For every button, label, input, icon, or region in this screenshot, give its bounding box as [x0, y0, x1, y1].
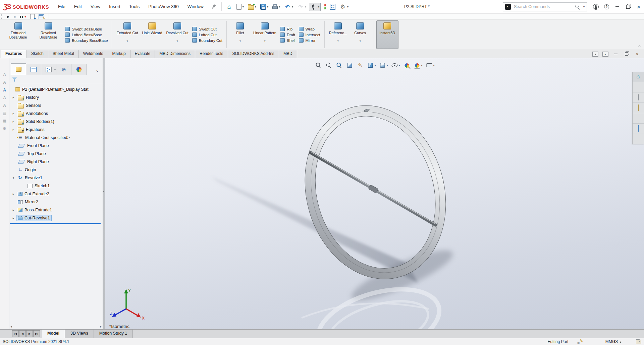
- record-macro-icon[interactable]: [20, 14, 26, 19]
- expand-arrow-icon[interactable]: ▸: [11, 192, 16, 196]
- search-icon[interactable]: [575, 4, 580, 9]
- fillet-dropdown-icon[interactable]: ▾: [239, 40, 241, 43]
- tab-markup[interactable]: Markup: [108, 50, 130, 58]
- bottom-tab-motion-study-1[interactable]: Motion Study 1: [94, 330, 133, 338]
- search-dropdown-icon[interactable]: ▾: [583, 5, 585, 8]
- tree-item-solid[interactable]: ▸Solid Bodies(1): [9, 118, 103, 126]
- units-caret-icon[interactable]: ▴: [620, 340, 621, 343]
- boundary-boss-base-button[interactable]: Boundary Boss/Base: [65, 38, 108, 43]
- boundary-cut-button[interactable]: Boundary Cut: [192, 38, 222, 43]
- view-settings-dropdown-icon[interactable]: ▾: [433, 64, 435, 67]
- collapse-ribbon-button[interactable]: ^: [638, 45, 641, 48]
- rollback-bar[interactable]: [10, 223, 101, 224]
- tree-filter-input[interactable]: [20, 77, 100, 82]
- new-document-dropdown-icon[interactable]: ▾: [243, 5, 244, 8]
- wrap-button[interactable]: Wrap: [299, 27, 320, 31]
- left-toolbar-icon-3[interactable]: [1, 87, 8, 93]
- task-pane-custom-properties-button[interactable]: [633, 124, 644, 134]
- section-view-button[interactable]: [345, 61, 354, 70]
- undo-button[interactable]: ▾: [283, 3, 294, 11]
- apply-scene-dropdown-icon[interactable]: ▾: [421, 64, 423, 67]
- options-gear-button[interactable]: ▾: [338, 3, 350, 11]
- scroll-left-icon[interactable]: ◂: [10, 325, 12, 328]
- open-dropdown-icon[interactable]: ▾: [255, 5, 256, 8]
- pin-menu-icon[interactable]: [210, 3, 217, 10]
- home-button[interactable]: [224, 3, 234, 11]
- mirror-button[interactable]: Mirror: [299, 38, 320, 43]
- lofted-boss-base-button[interactable]: Lofted Boss/Base: [65, 32, 108, 37]
- tree-item-front[interactable]: Front Plane: [9, 142, 103, 150]
- view-orientation-dropdown-icon[interactable]: ▾: [374, 64, 376, 67]
- intersect-button[interactable]: Intersect: [299, 32, 320, 37]
- user-account-icon[interactable]: [590, 2, 601, 12]
- bottom-tab-model[interactable]: Model: [42, 330, 65, 338]
- expand-arrow-icon[interactable]: ▸: [11, 216, 16, 220]
- document-minimize-icon[interactable]: [612, 51, 619, 57]
- close-button[interactable]: [633, 2, 644, 12]
- filter-funnel-icon[interactable]: [12, 77, 17, 82]
- curves-button[interactable]: Curves▾: [349, 20, 371, 49]
- expand-arrow-icon[interactable]: ▸: [11, 128, 16, 131]
- print-dropdown-icon[interactable]: ▾: [279, 5, 280, 8]
- tree-item-sketch1[interactable]: Sketch1: [9, 182, 103, 190]
- toolbar-grip[interactable]: [1, 14, 3, 19]
- task-pane-appearances-scenes-button[interactable]: [633, 113, 644, 124]
- edit-macro-icon[interactable]: [39, 14, 44, 19]
- zoom-to-fit-button[interactable]: [314, 61, 323, 70]
- collapse-right-pane-icon[interactable]: [602, 52, 608, 57]
- open-button[interactable]: ▾: [247, 3, 258, 11]
- zoom-to-area-button[interactable]: [324, 61, 333, 70]
- units-selector[interactable]: MMGS: [605, 339, 618, 344]
- hide-show-items-dropdown-icon[interactable]: ▾: [398, 64, 400, 67]
- minimize-button[interactable]: [612, 2, 623, 12]
- linear-pattern-dropdown-icon[interactable]: ▾: [264, 40, 265, 43]
- menu-view[interactable]: View: [86, 0, 105, 13]
- featuremanager-design-tree-tab[interactable]: [11, 63, 26, 75]
- tab-mbd[interactable]: MBD: [279, 50, 297, 58]
- new-macro-icon[interactable]: [30, 14, 35, 19]
- tree-item-p2[interactable]: P2 (Default<<Default>_Display Stat: [9, 85, 103, 93]
- expand-arrow-icon[interactable]: ▸: [11, 96, 16, 99]
- menu-window[interactable]: Window: [183, 0, 208, 13]
- task-pane-file-explorer-button[interactable]: [633, 92, 644, 103]
- extruded-cut-dropdown-icon[interactable]: ▾: [127, 40, 128, 43]
- displaymanager-tab[interactable]: [71, 64, 87, 75]
- restore-button[interactable]: [623, 2, 633, 12]
- display-style-dropdown-icon[interactable]: ▾: [386, 64, 388, 67]
- new-document-button[interactable]: ▾: [235, 3, 245, 11]
- previous-tab-icon[interactable]: [19, 330, 26, 337]
- save-dropdown-icon[interactable]: ▾: [267, 5, 268, 8]
- revolved-boss-base-button[interactable]: Revolved Boss/Base: [33, 20, 63, 49]
- task-pane-home-button[interactable]: [633, 72, 644, 82]
- tree-item-cut-extrude2[interactable]: ▸Cut-Extrude2: [9, 190, 103, 198]
- tree-item-sensors[interactable]: Sensors: [9, 101, 103, 110]
- tree-item-boss-extrude1[interactable]: ▸Boss-Extrude1: [9, 206, 103, 214]
- swept-boss-base-button[interactable]: Swept Boss/Base: [65, 27, 108, 31]
- panel-splitter[interactable]: [103, 58, 105, 329]
- tree-item-annotations[interactable]: ▸Annotations: [9, 110, 103, 118]
- instant3d-button[interactable]: Instant3D: [376, 20, 398, 49]
- edit-appearance-button[interactable]: [402, 61, 411, 70]
- model-3d-ring-part[interactable]: [105, 58, 644, 329]
- display-style-button[interactable]: ▾: [378, 61, 388, 70]
- tree-item-right[interactable]: Right Plane: [9, 158, 103, 166]
- next-tab-icon[interactable]: [26, 330, 33, 337]
- tab-evaluate[interactable]: Evaluate: [130, 50, 155, 58]
- tab-render-tools[interactable]: Render Tools: [195, 50, 228, 58]
- referenc-dropdown-icon[interactable]: ▾: [337, 40, 339, 43]
- search-input[interactable]: [513, 4, 573, 9]
- hide-show-items-button[interactable]: ▾: [390, 61, 400, 70]
- left-toolbar-icon-6[interactable]: [1, 110, 8, 117]
- redo-dropdown-icon[interactable]: ▾: [305, 5, 306, 8]
- tree-item-mirror2[interactable]: Mirror2: [9, 198, 103, 206]
- lofted-cut-button[interactable]: Lofted Cut: [192, 32, 222, 37]
- left-toolbar-icon-8[interactable]: [1, 125, 8, 132]
- options-gear-dropdown-icon[interactable]: ▾: [347, 5, 348, 8]
- extruded-cut-button[interactable]: Extruded Cut▾: [114, 20, 140, 49]
- revolved-cut-button[interactable]: Revolved Cut▾: [164, 20, 191, 49]
- menu-insert[interactable]: Insert: [105, 0, 125, 13]
- panel-drag-handle[interactable]: [54, 69, 56, 70]
- task-pane-solidworks-forum-button[interactable]: [633, 134, 644, 144]
- rebuild-traffic-light-button[interactable]: [322, 3, 327, 11]
- dynamic-annotation-views-button[interactable]: [356, 61, 364, 70]
